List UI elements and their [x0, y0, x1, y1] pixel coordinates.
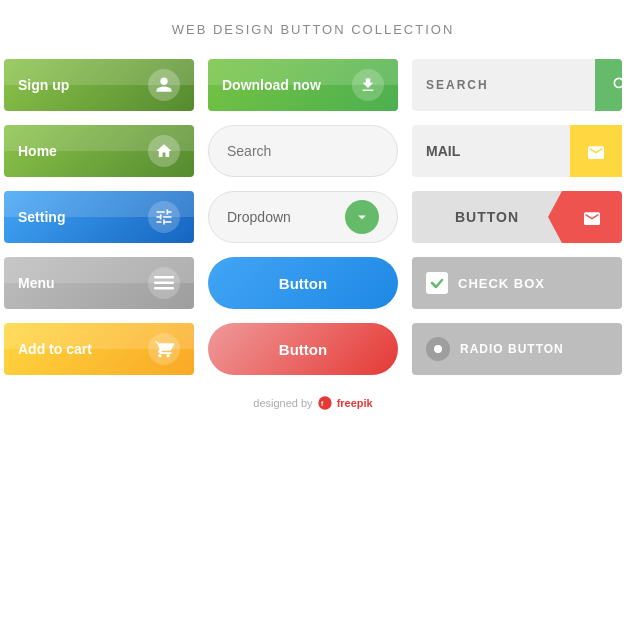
svg-rect-0 — [154, 276, 174, 279]
radio-inner — [434, 345, 442, 353]
setting-label: Setting — [18, 209, 148, 225]
radio-icon — [426, 337, 450, 361]
mail-button[interactable]: MAIL — [412, 125, 622, 177]
add-to-cart-button[interactable]: Add to cart — [4, 323, 194, 375]
radio-button[interactable]: RADIO BUTTON — [412, 323, 622, 375]
search-submit-button[interactable] — [595, 59, 622, 111]
menu-label: Menu — [18, 275, 148, 291]
home-button[interactable]: Home — [4, 125, 194, 177]
home-label: Home — [18, 143, 148, 159]
user-icon — [148, 69, 180, 101]
red-pill-button[interactable]: Button — [208, 323, 398, 375]
search-field[interactable] — [412, 59, 622, 111]
search-bar-input[interactable] — [209, 143, 398, 159]
freepik-icon: f — [317, 395, 333, 411]
cart-icon — [148, 333, 180, 365]
hamburger-icon — [148, 267, 180, 299]
svg-point-3 — [318, 396, 331, 409]
footer-text: designed by — [253, 397, 312, 409]
blue-pill-label: Button — [279, 275, 327, 292]
signup-button[interactable]: Sign up — [4, 59, 194, 111]
signup-label: Sign up — [18, 77, 148, 93]
download-label: Download now — [222, 77, 352, 93]
page-title: WEB DESIGN BUTTON COLLECTION — [172, 22, 455, 37]
home-icon — [148, 135, 180, 167]
checkbox-icon — [426, 272, 448, 294]
footer-brand: freepik — [337, 397, 373, 409]
chevron-down-icon — [345, 200, 379, 234]
button-arrow-label: BUTTON — [412, 209, 562, 225]
svg-rect-2 — [154, 287, 174, 290]
mail-label: MAIL — [426, 143, 460, 159]
add-to-cart-label: Add to cart — [18, 341, 148, 357]
radio-label: RADIO BUTTON — [460, 342, 564, 356]
button-grid: Sign up Download now Home — [0, 59, 626, 375]
download-button[interactable]: Download now — [208, 59, 398, 111]
footer: designed by f freepik — [253, 395, 372, 411]
checkbox-label: CHECK BOX — [458, 276, 545, 291]
mail-icon — [570, 125, 622, 177]
button-arrow-mail[interactable]: BUTTON — [412, 191, 622, 243]
arrow-red-mail — [562, 191, 622, 243]
settings-icon — [148, 201, 180, 233]
dropdown-label: Dropdown — [227, 209, 291, 225]
menu-button[interactable]: Menu — [4, 257, 194, 309]
setting-button[interactable]: Setting — [4, 191, 194, 243]
checkbox-button[interactable]: CHECK BOX — [412, 257, 622, 309]
red-pill-label: Button — [279, 341, 327, 358]
arrow-part — [562, 191, 622, 243]
download-icon — [352, 69, 384, 101]
blue-pill-button[interactable]: Button — [208, 257, 398, 309]
dropdown-button[interactable]: Dropdown — [208, 191, 398, 243]
search-input[interactable] — [412, 78, 595, 92]
svg-rect-1 — [154, 282, 174, 285]
search-bar[interactable] — [208, 125, 398, 177]
